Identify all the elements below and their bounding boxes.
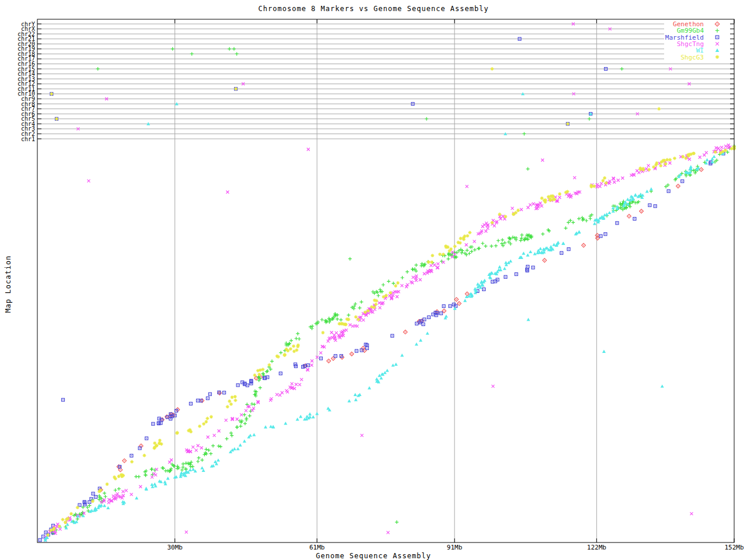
lane-label-chr1: chr1 bbox=[21, 136, 35, 142]
x-tick-label-152: 152Mb bbox=[724, 544, 743, 551]
off-diagonal-outlier-points bbox=[61, 148, 693, 534]
series-Marshfield-points bbox=[39, 152, 725, 541]
chromosome-tick-labels: chrYchrXchr22chr21chr20chr19chr18chr17ch… bbox=[18, 21, 35, 142]
legend-label-ShgcG3: ShgcG3 bbox=[680, 54, 704, 61]
chromosome-lane-lines bbox=[37, 24, 734, 139]
x-tick-labels: 30Mb61Mb91Mb122Mb152Mb bbox=[167, 544, 743, 551]
axis-ticks bbox=[37, 19, 734, 542]
x-tick-label-30: 30Mb bbox=[167, 544, 183, 551]
series-Genethon-points bbox=[99, 167, 703, 492]
plot-window: Chromosome 8 Markers vs Genome Sequence … bbox=[0, 0, 747, 560]
plot-frame bbox=[37, 19, 734, 542]
series-ShgcG3-points bbox=[46, 145, 736, 537]
chart-canvas: chrYchrXchr22chr21chr20chr19chr18chr17ch… bbox=[0, 0, 747, 560]
gridlines bbox=[175, 19, 597, 542]
series-Gm99Gb4-points bbox=[51, 144, 736, 535]
x-tick-label-122: 122Mb bbox=[587, 544, 606, 551]
x-tick-label-61: 61Mb bbox=[309, 544, 325, 551]
x-tick-label-91: 91Mb bbox=[447, 544, 463, 551]
